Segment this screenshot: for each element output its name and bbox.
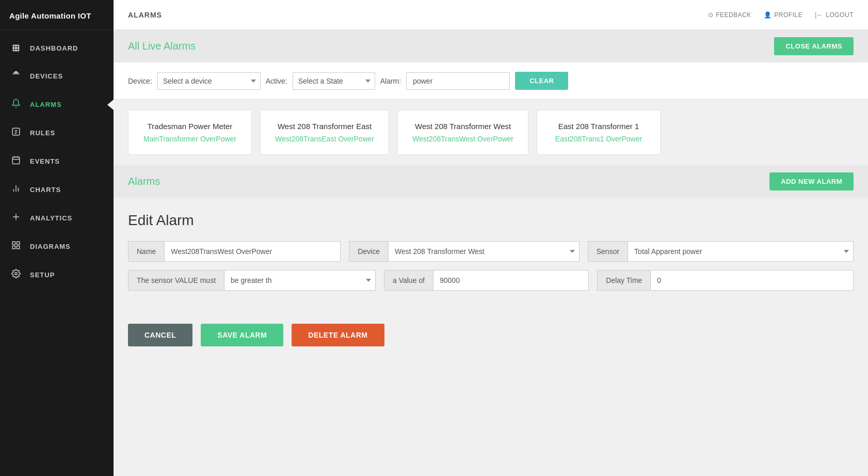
delay-input[interactable] bbox=[651, 270, 854, 291]
live-alarms-header: All Live Alarms CLOSE ALARMS bbox=[114, 30, 868, 62]
analytics-icon bbox=[10, 212, 22, 224]
dashboard-icon: ⊞ bbox=[10, 42, 22, 54]
topbar: ALARMS ⊙ FEEDBACK 👤 PROFILE |← LOGOUT bbox=[114, 0, 868, 30]
edit-alarm-section: Edit Alarm Name Device West 208 Transfor… bbox=[114, 198, 868, 313]
alarm-card-name-2: West208TransWest OverPower bbox=[412, 135, 513, 143]
state-filter-select[interactable]: Select a State bbox=[293, 72, 375, 90]
sidebar: Agile Automation IOT ⊞ DASHBOARD DEVICES… bbox=[0, 0, 114, 476]
topbar-actions: ⊙ FEEDBACK 👤 PROFILE |← LOGOUT bbox=[708, 11, 854, 19]
profile-label: PROFILE bbox=[774, 11, 802, 19]
sensor-group: Sensor Total Apparent powerTotal Active … bbox=[588, 241, 854, 262]
cancel-button[interactable]: CANCEL bbox=[128, 324, 192, 346]
setup-icon bbox=[10, 269, 22, 281]
profile-button[interactable]: 👤 PROFILE bbox=[764, 11, 802, 19]
feedback-label: FEEDBACK bbox=[716, 11, 751, 19]
alarm-card-name-3: East208Trans1 OverPower bbox=[552, 135, 646, 143]
feedback-button[interactable]: ⊙ FEEDBACK bbox=[708, 11, 751, 19]
sensor-select[interactable]: Total Apparent powerTotal Active powerTo… bbox=[628, 241, 854, 262]
alarm-card-3[interactable]: East 208 Transformer 1 East208Trans1 Ove… bbox=[537, 110, 661, 155]
action-buttons: CANCEL SAVE ALARM DELETE ALARM bbox=[114, 313, 868, 357]
alarm-card-device-2: West 208 Transformer West bbox=[412, 122, 513, 131]
alarm-card-device-1: West 208 Transformer East bbox=[275, 122, 374, 131]
sidebar-item-diagrams[interactable]: DIAGRAMS bbox=[0, 232, 114, 261]
alarm-cards-container: Tradesman Power Meter MainTransformer Ov… bbox=[114, 100, 868, 165]
svg-rect-14 bbox=[12, 242, 15, 244]
sidebar-item-rules[interactable]: RULES bbox=[0, 119, 114, 147]
name-group: Name bbox=[128, 241, 341, 262]
sidebar-item-label: CHARTS bbox=[30, 186, 61, 194]
delay-group: Delay Time bbox=[597, 270, 854, 291]
logout-icon: |← bbox=[815, 11, 823, 19]
add-new-alarm-button[interactable]: ADD NEW ALARM bbox=[769, 172, 854, 191]
alarms-section-header: Alarms ADD NEW ALARM bbox=[114, 165, 868, 198]
filter-bar: Device: Select a device Active: Select a… bbox=[114, 62, 868, 100]
sensor-label: Sensor bbox=[588, 241, 628, 262]
active-filter-label: Active: bbox=[266, 77, 287, 85]
alarms-icon bbox=[10, 99, 22, 110]
alarm-card-name-1: West208TransEast OverPower bbox=[275, 135, 374, 143]
alarm-filter-label: Alarm: bbox=[380, 77, 401, 85]
svg-rect-17 bbox=[17, 246, 20, 249]
value-group: a Value of bbox=[384, 270, 589, 291]
save-alarm-button[interactable]: SAVE ALARM bbox=[201, 324, 283, 346]
sidebar-item-alarms[interactable]: ALARMS bbox=[0, 90, 114, 119]
edit-alarm-row-2: The sensor VALUE must be greater thbe le… bbox=[128, 270, 854, 291]
close-alarms-button[interactable]: CLOSE ALARMS bbox=[774, 37, 854, 55]
alarm-card-1[interactable]: West 208 Transformer East West208TransEa… bbox=[260, 110, 389, 155]
svg-rect-5 bbox=[12, 157, 20, 164]
app-logo: Agile Automation IOT bbox=[0, 0, 114, 30]
sidebar-item-label: DIAGRAMS bbox=[30, 243, 71, 250]
name-label: Name bbox=[128, 241, 165, 262]
sidebar-item-dashboard[interactable]: ⊞ DASHBOARD bbox=[0, 34, 114, 62]
sidebar-item-analytics[interactable]: ANALYTICS bbox=[0, 204, 114, 232]
value-label: a Value of bbox=[384, 270, 433, 291]
rules-icon bbox=[10, 127, 22, 139]
alarm-card-device-0: Tradesman Power Meter bbox=[143, 122, 237, 131]
profile-icon: 👤 bbox=[764, 11, 772, 19]
page-title: ALARMS bbox=[128, 11, 162, 19]
device-select[interactable]: West 208 Transformer WestWest 208 Transf… bbox=[389, 241, 580, 262]
feedback-icon: ⊙ bbox=[708, 11, 714, 19]
alarm-card-device-3: East 208 Transformer 1 bbox=[552, 122, 646, 131]
device-filter-select[interactable]: Select a device bbox=[157, 72, 261, 90]
device-filter-label: Device: bbox=[128, 77, 152, 85]
edit-alarm-title: Edit Alarm bbox=[128, 212, 854, 229]
sidebar-item-label: SETUP bbox=[30, 271, 55, 279]
name-input[interactable] bbox=[165, 241, 341, 262]
svg-point-18 bbox=[15, 273, 18, 275]
clear-filter-button[interactable]: CLEAR bbox=[515, 72, 568, 90]
delete-alarm-button[interactable]: DELETE ALARM bbox=[292, 324, 384, 346]
alarm-filter-input[interactable] bbox=[406, 72, 510, 90]
active-arrow bbox=[107, 100, 114, 110]
events-icon bbox=[10, 155, 22, 167]
condition-select[interactable]: be greater thbe less thanbe equal tobe n… bbox=[224, 270, 376, 291]
live-alarms-title: All Live Alarms bbox=[128, 40, 196, 52]
svg-rect-15 bbox=[17, 242, 20, 244]
sidebar-item-devices[interactable]: DEVICES bbox=[0, 62, 114, 90]
device-label: Device bbox=[349, 241, 389, 262]
alarm-card-0[interactable]: Tradesman Power Meter MainTransformer Ov… bbox=[128, 110, 252, 155]
sidebar-item-label: RULES bbox=[30, 129, 55, 137]
delay-label: Delay Time bbox=[597, 270, 651, 291]
sidebar-item-label: DEVICES bbox=[30, 72, 63, 80]
condition-label: The sensor VALUE must bbox=[128, 270, 224, 291]
alarm-card-name-0: MainTransformer OverPower bbox=[143, 135, 237, 143]
sidebar-item-label: ALARMS bbox=[30, 101, 62, 108]
logout-button[interactable]: |← LOGOUT bbox=[815, 11, 854, 19]
devices-icon bbox=[10, 70, 22, 82]
alarm-card-2[interactable]: West 208 Transformer West West208TransWe… bbox=[397, 110, 528, 155]
logout-label: LOGOUT bbox=[826, 11, 854, 19]
sidebar-item-label: EVENTS bbox=[30, 157, 60, 165]
main-content: ALARMS ⊙ FEEDBACK 👤 PROFILE |← LOGOUT Al… bbox=[114, 0, 868, 476]
sidebar-item-charts[interactable]: CHARTS bbox=[0, 176, 114, 204]
diagrams-icon bbox=[10, 241, 22, 252]
edit-alarm-row-1: Name Device West 208 Transformer WestWes… bbox=[128, 241, 854, 262]
sidebar-item-setup[interactable]: SETUP bbox=[0, 261, 114, 289]
value-input[interactable] bbox=[433, 270, 589, 291]
device-group: Device West 208 Transformer WestWest 208… bbox=[349, 241, 580, 262]
sidebar-nav: ⊞ DASHBOARD DEVICES ALARMS RULES bbox=[0, 34, 114, 289]
sidebar-item-label: ANALYTICS bbox=[30, 214, 72, 222]
charts-icon bbox=[10, 184, 22, 196]
sidebar-item-events[interactable]: EVENTS bbox=[0, 147, 114, 176]
svg-rect-16 bbox=[12, 246, 15, 249]
